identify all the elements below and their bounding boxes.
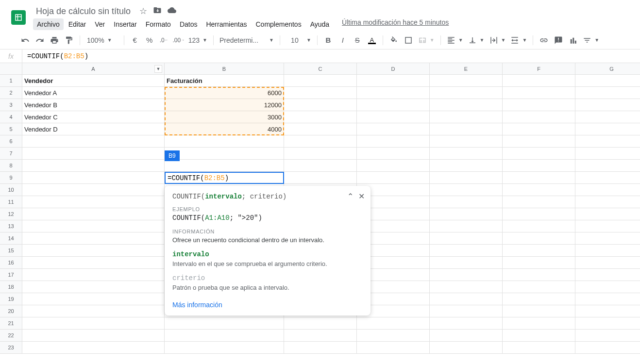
col-header-A[interactable]: A▼ bbox=[22, 63, 165, 75]
link-button[interactable] bbox=[537, 33, 551, 47]
cell-E6[interactable] bbox=[430, 135, 503, 148]
row-header-2[interactable]: 2 bbox=[0, 87, 22, 99]
cell-G7[interactable] bbox=[575, 148, 640, 160]
row-header-4[interactable]: 4 bbox=[0, 111, 22, 123]
cell-G23[interactable] bbox=[575, 342, 640, 354]
cell-D1[interactable] bbox=[357, 75, 430, 87]
italic-button[interactable]: I bbox=[336, 33, 350, 47]
menu-formato[interactable]: Formato bbox=[142, 18, 175, 30]
cell-B2[interactable]: 6000 bbox=[165, 87, 284, 99]
cell-F9[interactable] bbox=[503, 172, 575, 184]
cell-F6[interactable] bbox=[503, 135, 575, 148]
cell-A17[interactable] bbox=[22, 269, 165, 281]
row-header-17[interactable]: 17 bbox=[0, 269, 22, 281]
cell-F13[interactable] bbox=[503, 220, 575, 232]
row-header-16[interactable]: 16 bbox=[0, 257, 22, 269]
cell-G17[interactable] bbox=[575, 269, 640, 281]
cell-F23[interactable] bbox=[503, 342, 575, 354]
row-header-13[interactable]: 13 bbox=[0, 220, 22, 232]
cell-A12[interactable] bbox=[22, 208, 165, 220]
cell-A23[interactable] bbox=[22, 342, 165, 354]
cell-B21[interactable] bbox=[165, 317, 284, 330]
cell-G14[interactable] bbox=[575, 232, 640, 245]
filter-button[interactable]: ▼ bbox=[581, 36, 601, 45]
cell-E14[interactable] bbox=[430, 232, 503, 245]
menu-herramientas[interactable]: Herramientas bbox=[202, 18, 251, 30]
row-header-10[interactable]: 10 bbox=[0, 184, 22, 196]
cell-B22[interactable] bbox=[165, 330, 284, 342]
chart-button[interactable] bbox=[566, 33, 580, 47]
cell-F17[interactable] bbox=[503, 269, 575, 281]
cell-G13[interactable] bbox=[575, 220, 640, 232]
cell-G18[interactable] bbox=[575, 281, 640, 293]
star-icon[interactable]: ☆ bbox=[139, 6, 147, 17]
doc-title[interactable]: Hoja de cálculo sin título bbox=[33, 5, 134, 17]
cell-B8[interactable] bbox=[165, 160, 284, 172]
col-header-D[interactable]: D bbox=[357, 63, 430, 75]
cell-B23[interactable] bbox=[165, 342, 284, 354]
borders-button[interactable] bbox=[402, 33, 415, 47]
cell-D3[interactable] bbox=[357, 99, 430, 111]
cell-E23[interactable] bbox=[430, 342, 503, 354]
cell-F15[interactable] bbox=[503, 245, 575, 257]
cell-A3[interactable]: Vendedor B bbox=[22, 99, 165, 111]
cell-D7[interactable] bbox=[357, 148, 430, 160]
cell-C3[interactable] bbox=[284, 99, 357, 111]
cell-A10[interactable] bbox=[22, 184, 165, 196]
cell-B7[interactable] bbox=[165, 148, 284, 160]
cell-G5[interactable] bbox=[575, 123, 640, 135]
cell-A4[interactable]: Vendedor C bbox=[22, 111, 165, 123]
col-header-F[interactable]: F bbox=[503, 63, 575, 75]
menu-complementos[interactable]: Complementos bbox=[252, 18, 305, 30]
cell-F12[interactable] bbox=[503, 208, 575, 220]
cell-A13[interactable] bbox=[22, 220, 165, 232]
cell-G22[interactable] bbox=[575, 330, 640, 342]
font-size-select[interactable]: 10▼ bbox=[284, 36, 313, 44]
cell-A21[interactable] bbox=[22, 317, 165, 330]
last-modified-link[interactable]: Última modificación hace 5 minutos bbox=[342, 18, 449, 30]
spreadsheet-grid[interactable]: A▼ B C D E F G 1234567891011121314151617… bbox=[0, 63, 640, 364]
zoom-select[interactable]: 100%▼ bbox=[84, 36, 120, 44]
cell-F5[interactable] bbox=[503, 123, 575, 135]
cell-A22[interactable] bbox=[22, 330, 165, 342]
close-icon[interactable]: ✕ bbox=[358, 192, 365, 201]
cell-F22[interactable] bbox=[503, 330, 575, 342]
select-all-corner[interactable] bbox=[0, 63, 22, 75]
menu-ver[interactable]: Ver bbox=[91, 18, 109, 30]
font-select[interactable]: Predetermi...▼ bbox=[218, 36, 276, 44]
menu-datos[interactable]: Datos bbox=[176, 18, 202, 30]
col-header-G[interactable]: G bbox=[575, 63, 640, 75]
cell-B6[interactable] bbox=[165, 135, 284, 148]
number-format-select[interactable]: 123▼ bbox=[186, 36, 209, 44]
cell-D23[interactable] bbox=[357, 342, 430, 354]
cell-G20[interactable] bbox=[575, 305, 640, 317]
sheets-logo[interactable] bbox=[9, 8, 28, 27]
cell-E1[interactable] bbox=[430, 75, 503, 87]
cell-A11[interactable] bbox=[22, 196, 165, 208]
cell-F3[interactable] bbox=[503, 99, 575, 111]
cell-G3[interactable] bbox=[575, 99, 640, 111]
row-header-3[interactable]: 3 bbox=[0, 99, 22, 111]
cell-E3[interactable] bbox=[430, 99, 503, 111]
row-header-9[interactable]: 9 bbox=[0, 172, 22, 184]
cell-E21[interactable] bbox=[430, 317, 503, 330]
cell-D6[interactable] bbox=[357, 135, 430, 148]
cell-G19[interactable] bbox=[575, 293, 640, 305]
cell-E8[interactable] bbox=[430, 160, 503, 172]
cell-G1[interactable] bbox=[575, 75, 640, 87]
cell-C6[interactable] bbox=[284, 135, 357, 148]
menu-editar[interactable]: Editar bbox=[65, 18, 90, 30]
cell-B4[interactable]: 3000 bbox=[165, 111, 284, 123]
cell-C22[interactable] bbox=[284, 330, 357, 342]
cell-G6[interactable] bbox=[575, 135, 640, 148]
cell-G4[interactable] bbox=[575, 111, 640, 123]
cell-G15[interactable] bbox=[575, 245, 640, 257]
cell-F18[interactable] bbox=[503, 281, 575, 293]
menu-insertar[interactable]: Insertar bbox=[110, 18, 140, 30]
cell-F7[interactable] bbox=[503, 148, 575, 160]
cell-D2[interactable] bbox=[357, 87, 430, 99]
row-header-8[interactable]: 8 bbox=[0, 160, 22, 172]
cell-B3[interactable]: 12000 bbox=[165, 99, 284, 111]
paint-format-button[interactable] bbox=[62, 33, 76, 47]
valign-button[interactable]: ▼ bbox=[466, 36, 487, 45]
